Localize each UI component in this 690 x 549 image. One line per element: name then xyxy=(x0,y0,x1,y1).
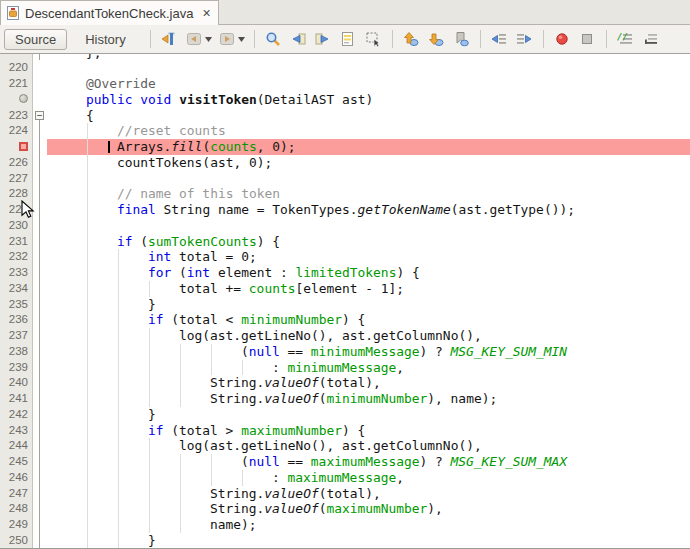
source-button[interactable]: Source xyxy=(4,29,67,50)
code-line-221[interactable]: 221@Override xyxy=(0,76,690,92)
ide-window: DescendantTokenCheck.java × Source Histo… xyxy=(0,0,690,549)
shift-line-left-icon[interactable] xyxy=(490,30,509,48)
code-line-226[interactable]: 226countTokens(ast, 0); xyxy=(0,155,690,171)
line-number[interactable]: 249 xyxy=(0,517,33,533)
code-line-243[interactable]: 243if (total > maximumNumber) { xyxy=(0,423,690,439)
code-line-231[interactable]: 231if (sumTokenCounts) { xyxy=(0,234,690,250)
tab-close-icon[interactable]: × xyxy=(202,6,210,20)
line-number[interactable]: 242 xyxy=(0,407,33,423)
code-line-228[interactable]: 228// name of this token xyxy=(0,186,690,202)
stop-macro-recording-icon[interactable] xyxy=(578,30,597,48)
code-line-245[interactable]: 245(null == maximumMessage) ? MSG_KEY_SU… xyxy=(0,454,690,470)
code-line-239[interactable]: 239: minimumMessage, xyxy=(0,360,690,376)
last-edit-position-icon[interactable] xyxy=(160,30,179,48)
line-number[interactable]: 233 xyxy=(0,265,33,281)
toolbar-separator xyxy=(150,30,151,48)
line-number[interactable]: 241 xyxy=(0,391,33,407)
line-number[interactable]: 235 xyxy=(0,297,33,313)
toggle-bookmark-icon[interactable] xyxy=(452,30,471,48)
code-line-240[interactable]: 240String.valueOf(total), xyxy=(0,375,690,391)
code-text: } xyxy=(47,407,690,423)
code-line-230[interactable]: 230 xyxy=(0,218,690,234)
shift-line-right-icon[interactable] xyxy=(515,30,534,48)
line-number[interactable]: 226 xyxy=(0,155,33,171)
code-line-223[interactable]: 223−{ xyxy=(0,108,690,124)
code-text: final String name = TokenTypes.getTokenN… xyxy=(47,202,690,218)
previous-bookmark-icon[interactable] xyxy=(402,30,421,48)
gutter-override-glyph[interactable] xyxy=(0,92,33,108)
start-macro-recording-icon[interactable] xyxy=(553,30,572,48)
code-line-235[interactable]: 235} xyxy=(0,297,690,313)
code-line-220[interactable]: 220 xyxy=(0,60,690,76)
find-selection-icon[interactable] xyxy=(264,30,283,48)
code-text: log(ast.getLineNo(), ast.getColumnNo(), xyxy=(47,328,690,344)
line-number[interactable]: 220 xyxy=(0,60,33,76)
line-number[interactable]: 250 xyxy=(0,533,33,549)
code-line-232[interactable]: 232int total = 0; xyxy=(0,249,690,265)
code-line-234[interactable]: 234total += counts[element - 1]; xyxy=(0,281,690,297)
fold-column[interactable]: − xyxy=(33,108,47,124)
code-text xyxy=(47,218,690,234)
line-number[interactable]: 239 xyxy=(0,360,33,376)
code-line-236[interactable]: 236if (total < minimumNumber) { xyxy=(0,312,690,328)
breakpoint-icon[interactable] xyxy=(19,142,28,151)
code-line-250[interactable]: 250} xyxy=(0,533,690,549)
uncomment-icon[interactable] xyxy=(641,30,660,48)
code-line-222[interactable]: public void visitToken(DetailAST ast) xyxy=(0,92,690,108)
history-button[interactable]: History xyxy=(75,29,135,50)
fold-line xyxy=(39,281,40,297)
line-number[interactable]: 245 xyxy=(0,454,33,470)
code-line-233[interactable]: 233for (int element : limitedTokens) { xyxy=(0,265,690,281)
line-number[interactable]: 224 xyxy=(0,123,33,139)
line-number[interactable]: 223 xyxy=(0,108,33,124)
code-line-244[interactable]: 244log(ast.getLineNo(), ast.getColumnNo(… xyxy=(0,438,690,454)
navigate-back-dropdown-icon[interactable] xyxy=(205,30,213,48)
line-number[interactable]: 221 xyxy=(0,76,33,92)
code-line-227[interactable]: 227 xyxy=(0,171,690,187)
line-number[interactable]: 238 xyxy=(0,344,33,360)
navigate-forward-dropdown-icon[interactable] xyxy=(238,30,246,48)
fold-collapse-icon[interactable]: − xyxy=(35,111,44,120)
navigate-forward-icon[interactable] xyxy=(218,30,237,48)
gutter-breakpoint-glyph[interactable] xyxy=(0,139,33,155)
line-number[interactable]: 232 xyxy=(0,249,33,265)
code-line-229[interactable]: 229final String name = TokenTypes.getTok… xyxy=(0,202,690,218)
line-number[interactable]: 244 xyxy=(0,438,33,454)
navigate-back-icon[interactable] xyxy=(185,30,204,48)
tab-descendanttokencheck[interactable]: DescendantTokenCheck.java × xyxy=(0,0,219,25)
toggle-rectangular-selection-icon[interactable] xyxy=(364,30,383,48)
find-previous-occurrence-icon[interactable] xyxy=(289,30,308,48)
next-bookmark-icon[interactable] xyxy=(427,30,446,48)
line-number[interactable]: 231 xyxy=(0,234,33,250)
line-number[interactable]: 246 xyxy=(0,470,33,486)
comment-icon[interactable]: // xyxy=(616,30,635,48)
code-line-224[interactable]: 224//reset counts xyxy=(0,123,690,139)
code-line-248[interactable]: 248String.valueOf(maximumNumber), xyxy=(0,501,690,517)
line-number[interactable]: 240 xyxy=(0,375,33,391)
code-line-249[interactable]: 249name); xyxy=(0,517,690,533)
fold-column xyxy=(33,171,47,187)
line-number[interactable]: 234 xyxy=(0,281,33,297)
code-line-247[interactable]: 247String.valueOf(total), xyxy=(0,486,690,502)
code-line-242[interactable]: 242} xyxy=(0,407,690,423)
code-line-238[interactable]: 238(null == minimumMessage) ? MSG_KEY_SU… xyxy=(0,344,690,360)
code-text: (null == minimumMessage) ? MSG_KEY_SUM_M… xyxy=(47,344,690,360)
code-line-246[interactable]: 246: maximumMessage, xyxy=(0,470,690,486)
fold-line xyxy=(39,234,40,250)
code-line-225[interactable]: Arrays.fill(counts, 0); xyxy=(0,139,690,155)
line-number[interactable]: 227 xyxy=(0,171,33,187)
line-number[interactable]: 243 xyxy=(0,423,33,439)
line-number[interactable]: 247 xyxy=(0,486,33,502)
fold-column xyxy=(33,265,47,281)
code-text: String.valueOf(total), xyxy=(47,375,690,391)
line-number[interactable]: 248 xyxy=(0,501,33,517)
line-number[interactable]: 237 xyxy=(0,328,33,344)
code-line-237[interactable]: 237log(ast.getLineNo(), ast.getColumnNo(… xyxy=(0,328,690,344)
find-next-occurrence-icon[interactable] xyxy=(314,30,333,48)
toolbar-separator xyxy=(480,30,481,48)
code-text: public void visitToken(DetailAST ast) xyxy=(47,92,690,108)
line-number[interactable]: 236 xyxy=(0,312,33,328)
toggle-highlight-search-icon[interactable] xyxy=(339,30,358,48)
code-editor[interactable]: };220221@Overridepublic void visitToken(… xyxy=(0,54,690,549)
code-line-241[interactable]: 241String.valueOf(minimumNumber), name); xyxy=(0,391,690,407)
